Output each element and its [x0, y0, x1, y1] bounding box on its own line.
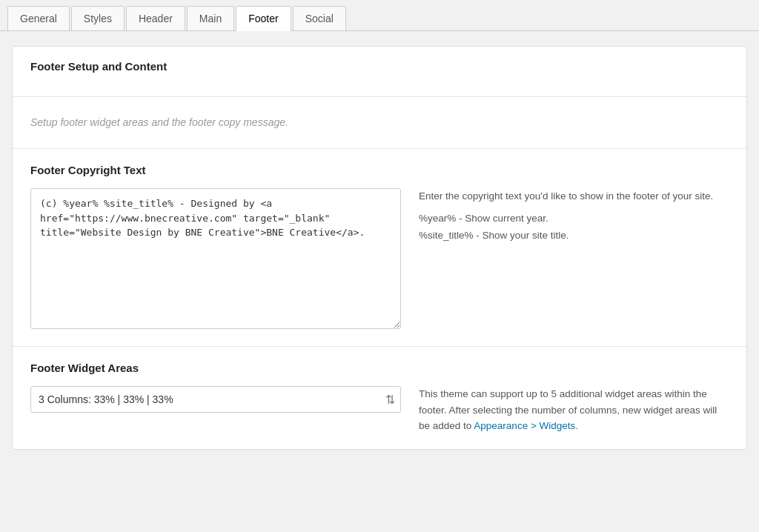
- tab-header[interactable]: Header: [126, 6, 185, 30]
- copyright-meta: %year% - Show current year. %site_title%…: [419, 210, 729, 245]
- widget-helper-text-2: .: [575, 420, 578, 431]
- panel: Footer Setup and Content Setup footer wi…: [12, 46, 747, 450]
- widget-section: Footer Widget Areas 1 Column: 100% 2 Col…: [13, 347, 746, 449]
- widget-areas-select[interactable]: 1 Column: 100% 2 Columns: 50% | 50% 3 Co…: [30, 386, 401, 413]
- copyright-helper-line1: Enter the copyright text you'd like to s…: [419, 188, 729, 205]
- widget-col-right: This theme can support up to 5 additiona…: [419, 386, 729, 434]
- widget-select-wrapper: 1 Column: 100% 2 Columns: 50% | 50% 3 Co…: [30, 386, 401, 413]
- widget-two-col: 1 Column: 100% 2 Columns: 50% | 50% 3 Co…: [30, 386, 729, 434]
- copyright-section: Footer Copyright Text (c) %year% %site_t…: [13, 149, 746, 347]
- widget-col-left: 1 Column: 100% 2 Columns: 50% | 50% 3 Co…: [30, 386, 401, 413]
- tab-social[interactable]: Social: [293, 6, 346, 30]
- copyright-helper-line2: %year% - Show current year.: [419, 210, 729, 227]
- description-section: Setup footer widget areas and the footer…: [13, 97, 746, 149]
- widget-helper-text: This theme can support up to 5 additiona…: [419, 386, 729, 434]
- tab-footer[interactable]: Footer: [236, 6, 291, 31]
- copyright-two-col: (c) %year% %site_title% - Designed by <a…: [30, 188, 729, 331]
- tab-styles[interactable]: Styles: [71, 6, 125, 30]
- copyright-col-left: (c) %year% %site_title% - Designed by <a…: [30, 188, 401, 331]
- content-area: Footer Setup and Content Setup footer wi…: [0, 31, 759, 526]
- panel-title: Footer Setup and Content: [30, 60, 729, 73]
- tab-main[interactable]: Main: [187, 6, 234, 30]
- panel-header: Footer Setup and Content: [13, 47, 746, 97]
- widget-section-title: Footer Widget Areas: [30, 362, 729, 374]
- appearance-widgets-link[interactable]: Appearance > Widgets: [474, 420, 575, 431]
- copyright-helper-line3: %site_title% - Show your site title.: [419, 227, 729, 245]
- copyright-col-right: Enter the copyright text you'd like to s…: [419, 188, 729, 244]
- copyright-textarea[interactable]: (c) %year% %site_title% - Designed by <a…: [30, 188, 401, 329]
- copyright-section-title: Footer Copyright Text: [30, 164, 729, 176]
- panel-description: Setup footer widget areas and the footer…: [30, 109, 729, 136]
- tabs-bar: General Styles Header Main Footer Social: [0, 0, 759, 31]
- tab-general[interactable]: General: [7, 6, 70, 30]
